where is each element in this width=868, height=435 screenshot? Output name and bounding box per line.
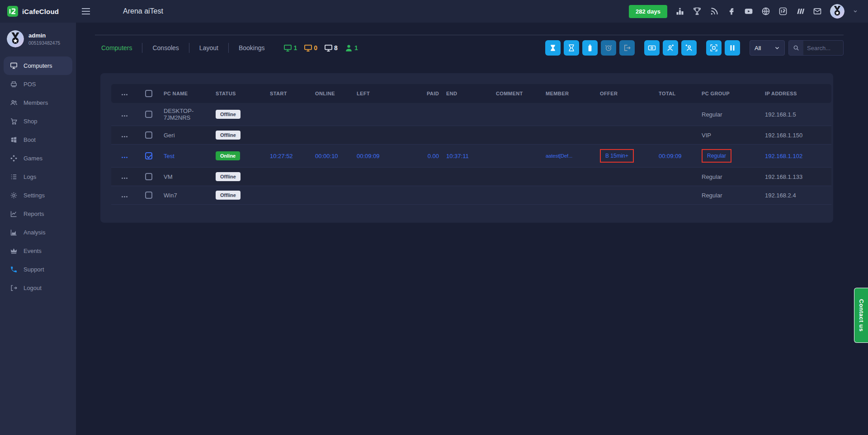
sidebar-item-boot[interactable]: Boot xyxy=(4,131,72,149)
icafecloud-mark-icon[interactable] xyxy=(778,7,788,16)
row-checkbox[interactable] xyxy=(145,173,152,180)
trophy-icon[interactable] xyxy=(693,7,702,16)
tab-consoles[interactable]: Consoles xyxy=(142,43,189,53)
payment-button[interactable] xyxy=(644,40,660,56)
table-row-geri[interactable]: Geri Offline VIP 192.168.1.150 xyxy=(111,126,831,145)
view-tabs: Computers Consoles Layout Bookings xyxy=(101,43,274,53)
pc-name: Geri xyxy=(160,126,212,145)
row-actions-button[interactable] xyxy=(122,115,123,117)
select-all-checkbox[interactable] xyxy=(145,90,152,97)
offer-highlight-box[interactable]: B 15min+ xyxy=(600,149,634,163)
app-logo[interactable]: iCafeCloud xyxy=(0,6,76,17)
icafecloud-logo-icon xyxy=(7,6,18,17)
tab-bookings[interactable]: Bookings xyxy=(229,43,275,53)
cell-online: 00:00:10 xyxy=(311,145,353,168)
counter-members-online: 1 xyxy=(344,44,358,52)
sidebar-item-members[interactable]: Members xyxy=(4,94,72,112)
chevron-down-icon xyxy=(774,45,780,51)
cell-online xyxy=(311,168,353,186)
sidebar-user-name: admin xyxy=(28,32,60,39)
ranking-podium-icon[interactable] xyxy=(675,7,684,16)
sidebar-item-shop[interactable]: Shop xyxy=(4,112,72,131)
cell-comment xyxy=(492,126,542,145)
row-checkbox[interactable] xyxy=(145,111,152,118)
contact-us-tab[interactable]: Contact us xyxy=(854,288,868,343)
status-counters: 1 0 8 1 xyxy=(283,44,358,52)
sidebar-item-events[interactable]: Events xyxy=(4,242,72,260)
col-paid: PAID xyxy=(416,84,443,103)
tab-layout[interactable]: Layout xyxy=(189,43,229,53)
search-input[interactable] xyxy=(803,45,843,51)
cell-left xyxy=(353,103,416,126)
row-checkbox[interactable] xyxy=(145,192,152,199)
chevron-down-icon[interactable] xyxy=(853,9,858,14)
monitor-icon xyxy=(10,62,18,70)
sidebar-user-block[interactable]: admin 005193482475 xyxy=(0,23,76,52)
search-icon[interactable] xyxy=(789,41,803,55)
pos-terminal-icon xyxy=(10,80,18,88)
sidebar: admin 005193482475 Computers POS Members… xyxy=(0,23,76,435)
sidebar-item-analysis[interactable]: Analysis xyxy=(4,223,72,242)
sidebar-item-games[interactable]: Games xyxy=(4,149,72,168)
screenshot-button[interactable] xyxy=(706,40,722,56)
add-guest-button[interactable] xyxy=(681,40,697,56)
row-actions-button[interactable] xyxy=(122,157,123,158)
table-row-vm[interactable]: VM Offline Regular 192.168.1.133 xyxy=(111,168,831,186)
crown-icon xyxy=(10,247,18,255)
license-days-badge[interactable]: 282 days xyxy=(629,5,667,18)
user-avatar[interactable] xyxy=(830,4,844,19)
table-header-row: PC NAME STATUS START ONLINE LEFT PAID EN… xyxy=(111,84,831,103)
slashes-cards-icon[interactable] xyxy=(796,7,805,16)
row-checkbox-checked[interactable] xyxy=(145,152,152,159)
add-time-button[interactable] xyxy=(564,40,579,56)
tab-computers[interactable]: Computers xyxy=(101,43,142,53)
pause-icon xyxy=(728,44,736,52)
pc-group-highlight-box[interactable]: Regular xyxy=(702,149,731,163)
session-time-button[interactable] xyxy=(545,40,561,56)
facebook-icon[interactable] xyxy=(727,7,736,16)
member-online-icon xyxy=(344,44,353,52)
add-member-button[interactable] xyxy=(663,40,678,56)
cell-left xyxy=(353,186,416,205)
cell-paid xyxy=(416,168,443,186)
row-checkbox[interactable] xyxy=(145,131,152,139)
rss-icon[interactable] xyxy=(710,7,719,16)
mail-icon[interactable] xyxy=(813,7,822,16)
row-actions-button[interactable] xyxy=(122,196,123,197)
globe-icon[interactable] xyxy=(761,7,770,16)
monitor-idle-icon xyxy=(304,44,312,52)
alarm-clock-icon xyxy=(604,44,613,52)
sidebar-item-support[interactable]: Support xyxy=(4,260,72,279)
row-actions-button[interactable] xyxy=(122,136,123,137)
cell-comment xyxy=(492,145,542,168)
app-logo-text: iCafeCloud xyxy=(22,8,59,15)
cell-comment xyxy=(492,103,542,126)
cell-paid: 0.00 xyxy=(416,145,443,168)
sign-out-icon xyxy=(623,44,631,52)
row-actions-button[interactable] xyxy=(122,178,123,179)
power-button[interactable] xyxy=(582,40,598,56)
pause-button[interactable] xyxy=(725,40,740,56)
cell-total xyxy=(655,168,698,186)
header-ellipsis-icon[interactable] xyxy=(122,94,123,95)
sidebar-item-settings[interactable]: Settings xyxy=(4,186,72,205)
gamepad-icon xyxy=(10,154,18,162)
sidebar-item-reports[interactable]: Reports xyxy=(4,205,72,223)
cell-total: 00:09:09 xyxy=(655,145,698,168)
table-row-win7[interactable]: Win7 Offline Regular 192.168.2.4 xyxy=(111,186,831,205)
sidebar-item-logout[interactable]: Logout xyxy=(4,279,72,297)
sidebar-item-computers[interactable]: Computers xyxy=(4,56,72,75)
cell-left xyxy=(353,126,416,145)
alarm-button[interactable] xyxy=(601,40,616,56)
cell-paid xyxy=(416,126,443,145)
sidebar-item-pos[interactable]: POS xyxy=(4,75,72,94)
table-row-desktop-7jm2nrs[interactable]: DESKTOP-7JM2NRS Offline Regular 192.168.… xyxy=(111,103,831,126)
hamburger-menu-icon[interactable] xyxy=(81,8,90,15)
filter-dropdown[interactable]: All xyxy=(750,40,785,56)
cell-member xyxy=(542,186,596,205)
search-box xyxy=(788,40,844,56)
youtube-icon[interactable] xyxy=(744,7,753,16)
checkout-button[interactable] xyxy=(619,40,635,56)
sidebar-item-logs[interactable]: Logs xyxy=(4,168,72,186)
table-row-test[interactable]: Test Online 10:27:52 00:00:10 00:09:09 0… xyxy=(111,145,831,168)
